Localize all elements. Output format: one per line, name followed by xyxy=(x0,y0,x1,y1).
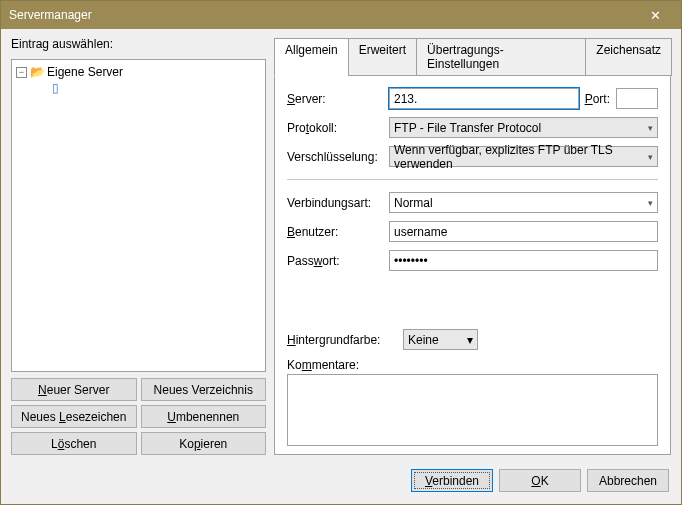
user-input[interactable] xyxy=(389,221,658,242)
tab-transfer[interactable]: Übertragungs-Einstellungen xyxy=(416,38,586,76)
tab-general[interactable]: Allgemein xyxy=(274,38,349,76)
port-input[interactable] xyxy=(616,88,658,109)
port-label: Port: xyxy=(585,92,610,106)
comments-label: Kommentare: xyxy=(287,358,658,372)
tree-buttons: Neuer Server Neues Verzeichnis Neues Les… xyxy=(11,378,266,455)
tab-body: Server: Port: Protokoll: FTP - File Tran… xyxy=(274,75,671,455)
divider xyxy=(287,179,658,180)
delete-button[interactable]: Löschen xyxy=(11,432,137,455)
tab-advanced[interactable]: Erweitert xyxy=(348,38,417,76)
tree-child[interactable]: ▯ xyxy=(14,80,263,96)
close-icon[interactable]: ✕ xyxy=(637,8,673,23)
content: Eintrag auswählen: − 📂 Eigene Server ▯ N… xyxy=(1,29,681,504)
copy-button[interactable]: Kopieren xyxy=(141,432,267,455)
encryption-label: Verschlüsselung: xyxy=(287,150,383,164)
collapse-icon[interactable]: − xyxy=(16,67,27,78)
window: Servermanager ✕ Eintrag auswählen: − 📂 E… xyxy=(0,0,682,505)
server-label: Server: xyxy=(287,92,383,106)
protocol-label: Protokoll: xyxy=(287,121,383,135)
password-label: Passwort: xyxy=(287,254,383,268)
tab-charset[interactable]: Zeichensatz xyxy=(585,38,672,76)
cancel-button[interactable]: Abbrechen xyxy=(587,469,669,492)
site-tree[interactable]: − 📂 Eigene Server ▯ xyxy=(11,59,266,372)
protocol-select[interactable]: FTP - File Transfer Protocol▾ xyxy=(389,117,658,138)
tree-root[interactable]: − 📂 Eigene Server xyxy=(14,64,263,80)
password-input[interactable] xyxy=(389,250,658,271)
comments-textarea[interactable] xyxy=(287,374,658,446)
server-icon: ▯ xyxy=(48,81,62,95)
tab-strip: Allgemein Erweitert Übertragungs-Einstel… xyxy=(274,38,671,76)
new-server-button[interactable]: Neuer Server xyxy=(11,378,137,401)
rename-button[interactable]: Umbenennen xyxy=(141,405,267,428)
chevron-down-icon: ▾ xyxy=(467,333,473,347)
right-panel: Allgemein Erweitert Übertragungs-Einstel… xyxy=(274,37,671,455)
new-folder-button[interactable]: Neues Verzeichnis xyxy=(141,378,267,401)
new-bookmark-button[interactable]: Neues Lesezeichen xyxy=(11,405,137,428)
logontype-label: Verbindungsart: xyxy=(287,196,383,210)
bgcolor-label: Hintergrundfarbe: xyxy=(287,333,397,347)
upper-area: Eintrag auswählen: − 📂 Eigene Server ▯ N… xyxy=(11,37,671,455)
ok-button[interactable]: OK xyxy=(499,469,581,492)
footer: Verbinden OK Abbrechen xyxy=(11,461,671,494)
connect-button[interactable]: Verbinden xyxy=(411,469,493,492)
logontype-select[interactable]: Normal▾ xyxy=(389,192,658,213)
folder-icon: 📂 xyxy=(30,65,44,79)
user-label: Benutzer: xyxy=(287,225,383,239)
chevron-down-icon: ▾ xyxy=(648,198,653,208)
chevron-down-icon: ▾ xyxy=(648,152,653,162)
tree-child-label xyxy=(65,81,68,95)
left-panel: Eintrag auswählen: − 📂 Eigene Server ▯ N… xyxy=(11,37,266,455)
tree-root-label: Eigene Server xyxy=(47,65,123,79)
chevron-down-icon: ▾ xyxy=(648,123,653,133)
encryption-select[interactable]: Wenn verfügbar, explizites FTP über TLS … xyxy=(389,146,658,167)
server-input[interactable] xyxy=(389,88,579,109)
window-title: Servermanager xyxy=(9,8,637,22)
bgcolor-select[interactable]: Keine▾ xyxy=(403,329,478,350)
select-entry-label: Eintrag auswählen: xyxy=(11,37,266,51)
titlebar: Servermanager ✕ xyxy=(1,1,681,29)
